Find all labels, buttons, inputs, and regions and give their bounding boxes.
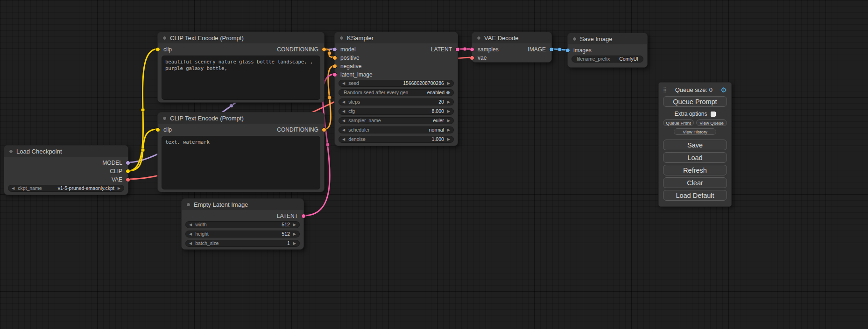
output-dot-latent[interactable] <box>455 47 460 52</box>
widget-random-seed[interactable]: Random seed after every gen enabled <box>339 89 454 96</box>
drag-handle-icon[interactable]: ⣿ <box>663 87 667 93</box>
widget-batch-size[interactable]: ◀ batch_size 1 ▶ <box>185 240 300 247</box>
increment-arrow-icon[interactable]: ▶ <box>447 136 450 142</box>
node-save-image[interactable]: Save Image images filename_prefix ComfyU… <box>567 33 648 68</box>
node-title-bar[interactable]: Load Checkpoint <box>4 146 128 157</box>
view-queue-button[interactable]: View Queue <box>696 119 727 126</box>
widget-width[interactable]: ◀ width 512 ▶ <box>185 221 300 228</box>
slot-row-positive: positive <box>335 54 458 62</box>
node-title-label: CLIP Text Encode (Prompt) <box>170 115 244 122</box>
decrement-arrow-icon[interactable]: ◀ <box>342 136 345 142</box>
link-midpoint-cond-negative <box>328 96 332 99</box>
slot-row-samples-image: samples IMAGE <box>472 45 551 54</box>
output-slot-latent: LATENT <box>182 212 303 220</box>
node-title-label: Load Checkpoint <box>16 148 62 155</box>
collapse-dot-icon[interactable] <box>477 36 481 40</box>
node-clip-text-encode-positive[interactable]: CLIP Text Encode (Prompt) clip CONDITION… <box>157 32 325 103</box>
collapse-dot-icon[interactable] <box>9 149 13 154</box>
node-title-bar[interactable]: KSampler <box>335 32 458 43</box>
output-dot-image[interactable] <box>549 47 554 52</box>
widget-steps[interactable]: ◀ steps 20 ▶ <box>339 98 454 105</box>
input-dot-vae[interactable] <box>470 56 474 60</box>
decrement-arrow-icon[interactable]: ◀ <box>342 99 345 105</box>
decrement-arrow-icon[interactable]: ◀ <box>12 185 14 191</box>
input-dot-clip[interactable] <box>155 47 160 52</box>
node-title-bar[interactable]: VAE Decode <box>472 32 551 43</box>
queue-buttons-row: Queue Front View Queue <box>663 119 727 126</box>
output-dot-model[interactable] <box>126 161 130 165</box>
output-dot-clip[interactable] <box>126 169 130 174</box>
queue-prompt-button[interactable]: Queue Prompt <box>663 96 727 107</box>
clear-button[interactable]: Clear <box>663 177 727 188</box>
widget-filename-prefix[interactable]: filename_prefix ComfyUI <box>572 56 643 63</box>
output-slot-vae: VAE <box>4 175 128 184</box>
increment-arrow-icon[interactable]: ▶ <box>293 231 296 237</box>
widget-scheduler[interactable]: ◀ scheduler normal ▶ <box>339 126 454 133</box>
node-ksampler[interactable]: KSampler model LATENT positive negative … <box>334 32 458 146</box>
increment-arrow-icon[interactable]: ▶ <box>447 118 450 124</box>
increment-arrow-icon[interactable]: ▶ <box>447 99 450 105</box>
input-dot-negative[interactable] <box>332 64 337 69</box>
increment-arrow-icon[interactable]: ▶ <box>447 80 450 86</box>
node-title-bar[interactable]: CLIP Text Encode (Prompt) <box>158 32 324 43</box>
save-button[interactable]: Save <box>663 140 727 150</box>
prompt-textarea[interactable]: text, watermark <box>162 136 320 189</box>
widget-sampler-name[interactable]: ◀ sampler_name euler ▶ <box>339 117 454 124</box>
increment-arrow-icon[interactable]: ▶ <box>447 108 450 114</box>
widget-seed[interactable]: ◀ seed 156680208700286 ▶ <box>339 80 454 87</box>
widget-ckpt-name[interactable]: ◀ ckpt_name v1-5-pruned-emaonly.ckpt ▶ <box>8 185 124 192</box>
refresh-button[interactable]: Refresh <box>663 165 727 175</box>
workflow-buttons: Save Load Refresh Clear Load Default <box>663 140 727 201</box>
input-dot-model[interactable] <box>332 47 337 52</box>
extra-options-checkbox[interactable] <box>711 112 716 117</box>
widget-cfg[interactable]: ◀ cfg 8.000 ▶ <box>339 108 454 115</box>
output-slot-clip: CLIP <box>4 167 128 175</box>
node-empty-latent-image[interactable]: Empty Latent Image LATENT ◀ width 512 ▶ … <box>181 198 304 250</box>
input-dot-clip[interactable] <box>155 127 160 132</box>
node-clip-text-encode-negative[interactable]: CLIP Text Encode (Prompt) clip CONDITION… <box>157 112 325 192</box>
input-dot-samples[interactable] <box>470 47 474 52</box>
collapse-dot-icon[interactable] <box>186 203 191 207</box>
node-vae-decode[interactable]: VAE Decode samples IMAGE vae <box>472 32 552 63</box>
decrement-arrow-icon[interactable]: ◀ <box>342 80 345 86</box>
node-title-bar[interactable]: Empty Latent Image <box>182 199 303 210</box>
toggle-dot-icon[interactable] <box>446 91 450 95</box>
decrement-arrow-icon[interactable]: ◀ <box>342 108 345 114</box>
decrement-arrow-icon[interactable]: ◀ <box>189 231 192 237</box>
increment-arrow-icon[interactable]: ▶ <box>118 185 120 191</box>
input-dot-images[interactable] <box>565 48 570 53</box>
input-dot-positive[interactable] <box>332 56 337 60</box>
node-title-bar[interactable]: CLIP Text Encode (Prompt) <box>158 112 324 124</box>
decrement-arrow-icon[interactable]: ◀ <box>189 222 192 228</box>
link-midpoint-cond-positive <box>328 51 332 55</box>
collapse-dot-icon[interactable] <box>162 116 167 120</box>
decrement-arrow-icon[interactable]: ◀ <box>342 118 345 124</box>
decrement-arrow-icon[interactable]: ◀ <box>189 240 192 246</box>
output-dot-vae[interactable] <box>126 177 130 182</box>
output-dot-conditioning[interactable] <box>322 47 326 52</box>
settings-gear-icon[interactable]: ⚙ <box>721 86 727 93</box>
increment-arrow-icon[interactable]: ▶ <box>293 240 296 246</box>
output-dot-latent[interactable] <box>301 214 306 218</box>
prompt-textarea[interactable]: beautiful scenery nature glass bottle la… <box>162 56 320 100</box>
input-dot-latent-image[interactable] <box>332 72 337 77</box>
increment-arrow-icon[interactable]: ▶ <box>293 222 296 228</box>
decrement-arrow-icon[interactable]: ◀ <box>342 127 345 133</box>
collapse-dot-icon[interactable] <box>572 37 577 41</box>
view-history-button[interactable]: View History <box>674 128 716 135</box>
node-load-checkpoint[interactable]: Load Checkpoint MODEL CLIP VAE ◀ ckpt_na… <box>4 145 128 195</box>
load-default-button[interactable]: Load Default <box>663 190 727 201</box>
link-midpoint-latent-ksampler <box>463 47 467 51</box>
output-dot-conditioning[interactable] <box>322 127 326 132</box>
queue-front-button[interactable]: Queue Front <box>663 119 694 126</box>
collapse-dot-icon[interactable] <box>162 36 167 40</box>
node-graph-canvas[interactable]: Load Checkpoint MODEL CLIP VAE ◀ ckpt_na… <box>0 0 868 329</box>
node-title-bar[interactable]: Save Image <box>568 33 647 44</box>
increment-arrow-icon[interactable]: ▶ <box>447 127 450 133</box>
slot-row-negative: negative <box>335 62 458 70</box>
widget-denoise[interactable]: ◀ denoise 1.000 ▶ <box>339 136 454 143</box>
widget-height[interactable]: ◀ height 512 ▶ <box>185 231 300 238</box>
comfy-menu-panel[interactable]: ⣿ Queue size: 0 ⚙ Queue Prompt Extra opt… <box>658 82 732 207</box>
collapse-dot-icon[interactable] <box>339 36 344 40</box>
load-button[interactable]: Load <box>663 152 727 163</box>
